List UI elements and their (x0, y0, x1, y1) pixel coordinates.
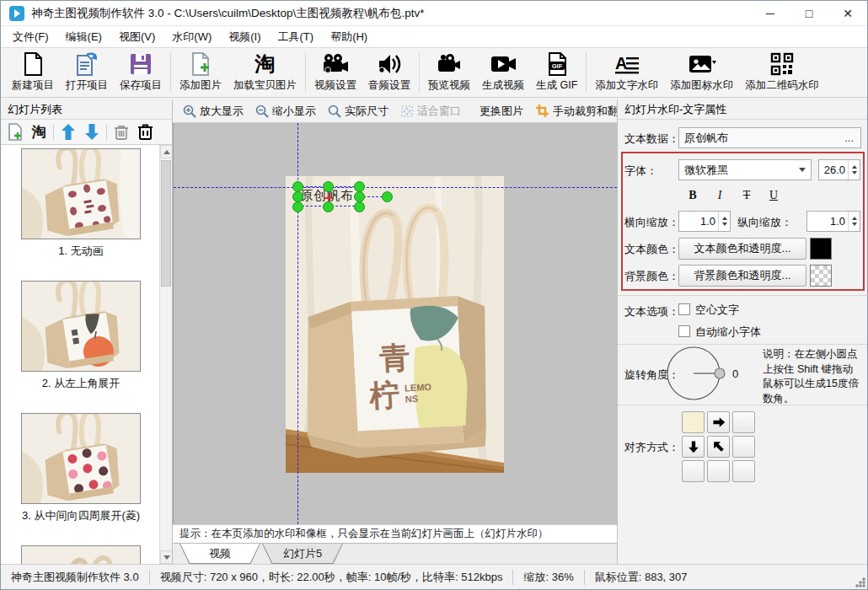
font-size-spin-up[interactable] (852, 165, 857, 169)
h-scale-spin-up[interactable] (722, 217, 727, 220)
slide-list-panel: 幻灯片列表 淘 (1, 99, 173, 564)
font-size-spin-down[interactable] (852, 171, 857, 174)
handle-bottom-center[interactable] (323, 201, 334, 212)
zoom-out-button[interactable]: 缩小显示 (250, 101, 321, 121)
align-button-top-center[interactable] (707, 411, 730, 433)
menu-help[interactable]: 帮助(H) (322, 26, 376, 48)
v-scale-spinner[interactable]: 1.0 (806, 211, 860, 232)
svg-text:NS: NS (405, 394, 419, 405)
font-size-spinner[interactable]: 26.0 (818, 159, 860, 180)
add-image-button[interactable]: 添加图片 (174, 50, 228, 95)
save-project-button[interactable]: 保存项目 (114, 50, 168, 95)
underline-button[interactable]: U (763, 186, 785, 205)
video-settings-button[interactable]: 视频设置 (308, 50, 362, 95)
handle-top-center[interactable] (323, 181, 334, 192)
align-button-bottom-left[interactable] (682, 460, 705, 482)
move-slide-down-button[interactable] (81, 121, 103, 143)
close-button[interactable]: ✕ (828, 1, 867, 25)
generate-gif-button[interactable]: GIF 生成 GIF (530, 50, 583, 95)
audio-settings-button[interactable]: 音频设置 (362, 50, 416, 95)
v-scale-spin-down[interactable] (852, 223, 857, 226)
add-qrcode-watermark-button[interactable]: 添加二维码水印 (739, 50, 825, 95)
tab-slide5[interactable]: 幻灯片5 (262, 544, 343, 564)
strikethrough-button[interactable]: T (736, 186, 758, 205)
checkbox-box[interactable] (678, 303, 690, 315)
align-button-middle-left[interactable] (682, 436, 705, 458)
zoom-in-button[interactable]: 放大显示 (178, 101, 249, 121)
svg-text:青: 青 (378, 340, 410, 376)
menu-video[interactable]: 视频(I) (220, 26, 269, 48)
bg-color-button[interactable]: 背景颜色和透明度... (678, 265, 806, 287)
slide-item-4[interactable] (21, 545, 141, 564)
text-color-swatch[interactable] (810, 238, 832, 260)
maximize-button[interactable]: □ (790, 1, 828, 25)
handle-bottom-left[interactable] (292, 201, 303, 212)
minimize-button[interactable]: ─ (751, 1, 790, 25)
slide-item-1[interactable]: 1. 无动画 (21, 148, 141, 259)
canvas-viewport[interactable]: 青 柠 LEMO NS 原创帆布 (173, 123, 617, 524)
rotation-dial-handle[interactable] (715, 368, 725, 378)
menu-watermark[interactable]: 水印(W) (163, 26, 220, 48)
new-project-button[interactable]: 新建项目 (6, 50, 60, 95)
slide-item-2[interactable]: 2. 从左上角展开 (21, 281, 141, 391)
taobao-import-button[interactable]: 淘 (28, 121, 50, 143)
slide-list-scrollbar[interactable] (159, 145, 172, 564)
slide-thumbnail-4 (21, 545, 141, 564)
hollow-text-checkbox[interactable]: 空心文字 (678, 303, 739, 318)
menu-view[interactable]: 视图(V) (110, 26, 163, 48)
move-slide-up-button[interactable] (57, 121, 79, 143)
menu-tools[interactable]: 工具(T) (270, 26, 323, 48)
align-button-bottom-center[interactable] (707, 460, 730, 482)
italic-button[interactable]: I (709, 186, 731, 205)
bold-button[interactable]: B (682, 186, 704, 205)
handle-bottom-right[interactable] (354, 201, 365, 212)
actual-size-button[interactable]: 实际尺寸 (323, 101, 394, 121)
load-taobao-images-button[interactable]: 淘 加载宝贝图片 (228, 50, 303, 95)
align-button-middle-center[interactable] (707, 436, 730, 458)
fit-window-button[interactable]: 适合窗口 (395, 101, 466, 121)
h-scale-spinner[interactable]: 1.0 (678, 211, 731, 232)
align-button-middle-right[interactable] (732, 436, 755, 458)
save-project-icon (129, 51, 153, 77)
bg-color-swatch[interactable] (810, 265, 832, 287)
bag-photo-1 (22, 149, 140, 239)
align-grid (682, 411, 755, 482)
text-data-input[interactable]: 原创帆布 ... (678, 127, 861, 148)
add-text-watermark-button[interactable]: A 添加文字水印 (589, 50, 664, 95)
delete-all-slides-button[interactable] (134, 121, 156, 143)
h-scale-spin-down[interactable] (722, 223, 727, 226)
add-slide-button[interactable] (4, 121, 26, 143)
align-button-top-right[interactable] (732, 411, 755, 433)
menu-file[interactable]: 文件(F) (4, 26, 57, 48)
checkbox-box[interactable] (678, 325, 690, 337)
align-button-bottom-right[interactable] (732, 460, 755, 482)
tab-video[interactable]: 视频 (179, 544, 260, 564)
open-project-button[interactable]: 打开项目 (60, 50, 114, 95)
chevron-down-icon (799, 168, 806, 172)
replace-image-button[interactable]: 更换图片 (474, 101, 528, 121)
menu-edit[interactable]: 编辑(E) (57, 26, 110, 48)
align-button-top-left[interactable] (682, 411, 705, 433)
generate-video-button[interactable]: 生成视频 (476, 50, 530, 95)
window-controls: ─ □ ✕ (751, 1, 867, 25)
taobao-icon: 淘 (32, 122, 46, 142)
v-scale-spin-up[interactable] (852, 217, 857, 220)
delete-slide-button[interactable] (110, 121, 132, 143)
handle-rotate[interactable] (382, 191, 393, 202)
audio-settings-icon (377, 51, 402, 77)
text-data-more-button[interactable]: ... (844, 131, 860, 144)
open-project-icon (74, 51, 99, 77)
text-color-button[interactable]: 文本颜色和透明度... (678, 238, 806, 260)
slide-item-3[interactable]: 3. 从中间向四周展开(菱) (21, 413, 141, 523)
add-text-watermark-icon: A (613, 51, 640, 77)
font-select[interactable]: 微软雅黑 (678, 159, 812, 180)
auto-shrink-checkbox[interactable]: 自动缩小字体 (678, 324, 761, 340)
slide-image[interactable]: 青 柠 LEMO NS (286, 176, 504, 473)
scroll-down-arrow[interactable] (160, 550, 172, 564)
scrollbar-thumb[interactable] (161, 160, 171, 287)
preview-video-button[interactable]: 预览视频 (422, 50, 476, 95)
scroll-up-arrow[interactable] (160, 145, 172, 158)
slide-thumbnail-1 (21, 148, 141, 239)
rotation-dial[interactable] (665, 344, 726, 403)
add-icon-watermark-button[interactable]: 添加图标水印 (664, 50, 739, 95)
